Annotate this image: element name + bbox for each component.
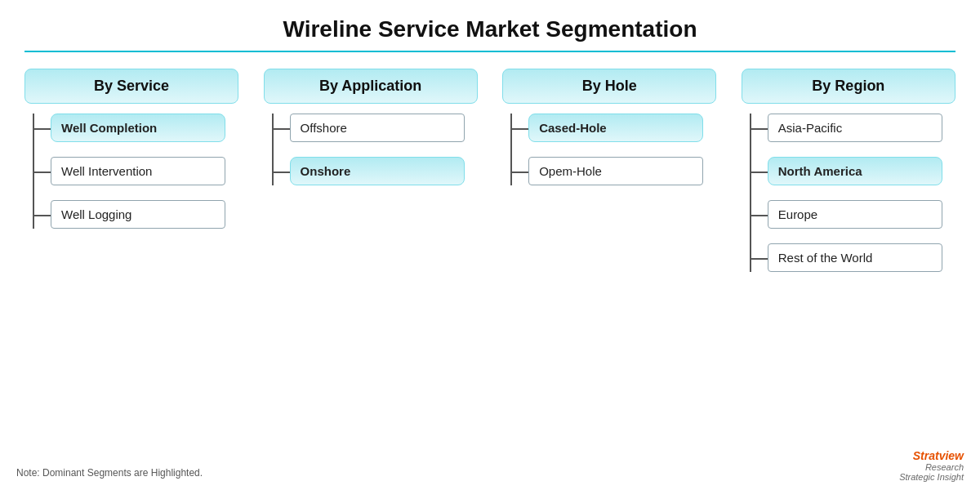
- item-box: Europe: [768, 200, 942, 229]
- logo: Stratview ResearchStrategic Insight: [899, 449, 964, 482]
- item-box: Well Intervention: [51, 157, 225, 185]
- column-by-application: By ApplicationOffshoreOnshore: [264, 69, 478, 185]
- list-item: Well Logging: [51, 200, 225, 229]
- page-title: Wireline Service Market Segmentation: [24, 16, 956, 42]
- dominant-item-box: North America: [768, 157, 942, 185]
- list-item: North America: [768, 157, 942, 185]
- logo-brand: Stratview: [913, 449, 964, 462]
- items-by-application: OffshoreOnshore: [272, 114, 465, 185]
- column-by-hole: By HoleCased-HoleOpem-Hole: [502, 69, 716, 185]
- list-item: Onshore: [290, 157, 465, 185]
- title-divider: [24, 51, 956, 52]
- list-item: Europe: [768, 200, 942, 229]
- list-item: Rest of the World: [768, 243, 942, 272]
- page-container: Wireline Service Market Segmentation By …: [0, 0, 980, 490]
- list-item: Offshore: [290, 114, 465, 142]
- items-by-service: Well CompletionWell InterventionWell Log…: [33, 114, 225, 229]
- item-box: Opem-Hole: [528, 157, 703, 185]
- header-by-service: By Service: [24, 69, 238, 104]
- dominant-item-box: Onshore: [290, 157, 465, 185]
- item-box: Rest of the World: [768, 243, 942, 272]
- header-by-region: By Region: [742, 69, 956, 104]
- list-item: Opem-Hole: [528, 157, 703, 185]
- item-box: Asia-Pacific: [768, 114, 942, 142]
- list-item: Well Completion: [51, 114, 225, 142]
- list-item: Well Intervention: [51, 157, 225, 185]
- footnote: Note: Dominant Segments are Highlighted.: [16, 467, 203, 479]
- logo-sub: ResearchStrategic Insight: [899, 462, 964, 482]
- column-by-region: By RegionAsia-PacificNorth AmericaEurope…: [742, 69, 956, 272]
- item-box: Offshore: [290, 114, 465, 142]
- list-item: Asia-Pacific: [768, 114, 942, 142]
- items-by-hole: Cased-HoleOpem-Hole: [510, 114, 703, 185]
- items-by-region: Asia-PacificNorth AmericaEuropeRest of t…: [750, 114, 942, 272]
- columns-container: By ServiceWell CompletionWell Interventi…: [24, 69, 956, 272]
- dominant-item-box: Cased-Hole: [528, 114, 703, 142]
- list-item: Cased-Hole: [528, 114, 703, 142]
- item-box: Well Logging: [51, 200, 225, 229]
- header-by-application: By Application: [264, 69, 478, 104]
- header-by-hole: By Hole: [502, 69, 716, 104]
- dominant-item-box: Well Completion: [51, 114, 225, 142]
- column-by-service: By ServiceWell CompletionWell Interventi…: [24, 69, 238, 229]
